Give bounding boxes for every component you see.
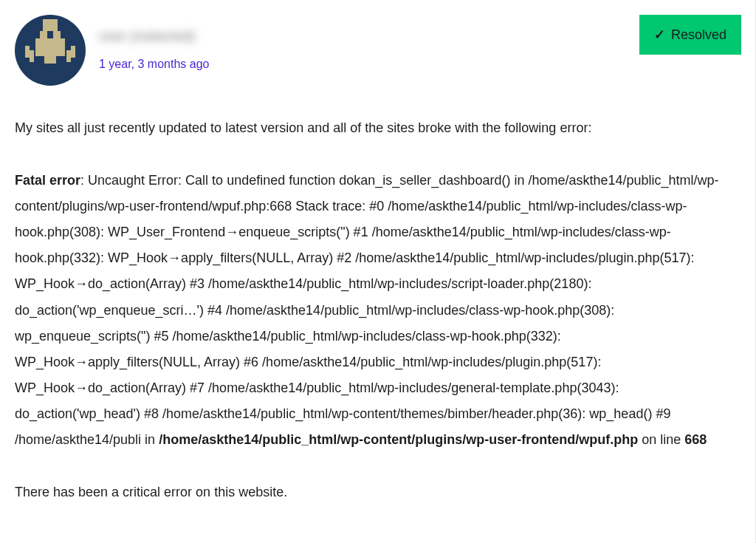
svg-rect-11 xyxy=(71,46,75,50)
svg-rect-10 xyxy=(25,46,30,50)
svg-rect-4 xyxy=(35,38,65,56)
avatar[interactable] xyxy=(15,15,86,86)
error-on-line-text: on line xyxy=(638,432,684,447)
svg-rect-3 xyxy=(53,31,61,38)
resolved-label: Resolved xyxy=(671,22,726,47)
svg-rect-8 xyxy=(30,58,34,62)
post-header: user (redacted) 1 year, 3 months ago ✓ R… xyxy=(15,15,741,86)
post-meta: user (redacted) 1 year, 3 months ago xyxy=(99,15,209,76)
error-line-number: 668 xyxy=(684,432,707,447)
username[interactable]: user (redacted) xyxy=(99,24,209,49)
critical-error-paragraph: There has been a critical error on this … xyxy=(15,479,741,505)
svg-rect-5 xyxy=(44,56,56,64)
svg-rect-7 xyxy=(66,50,75,58)
forum-post: user (redacted) 1 year, 3 months ago ✓ R… xyxy=(0,0,756,543)
fatal-error-label: Fatal error xyxy=(15,173,80,188)
intro-paragraph: My sites all just recently updated to la… xyxy=(15,115,741,141)
post-timestamp[interactable]: 1 year, 3 months ago xyxy=(99,53,209,75)
svg-rect-2 xyxy=(40,31,47,38)
svg-rect-1 xyxy=(43,19,58,31)
error-trace-text: : Uncaught Error: Call to undefined func… xyxy=(15,173,719,447)
post-body: My sites all just recently updated to la… xyxy=(15,115,741,505)
avatar-image xyxy=(15,15,86,86)
error-file-path: /home/askthe14/public_html/wp-content/pl… xyxy=(159,432,638,447)
svg-rect-9 xyxy=(66,58,71,62)
error-paragraph: Fatal error: Uncaught Error: Call to und… xyxy=(15,168,741,453)
svg-rect-6 xyxy=(25,50,34,58)
check-icon: ✓ xyxy=(654,22,665,47)
resolved-badge: ✓ Resolved xyxy=(639,15,741,55)
